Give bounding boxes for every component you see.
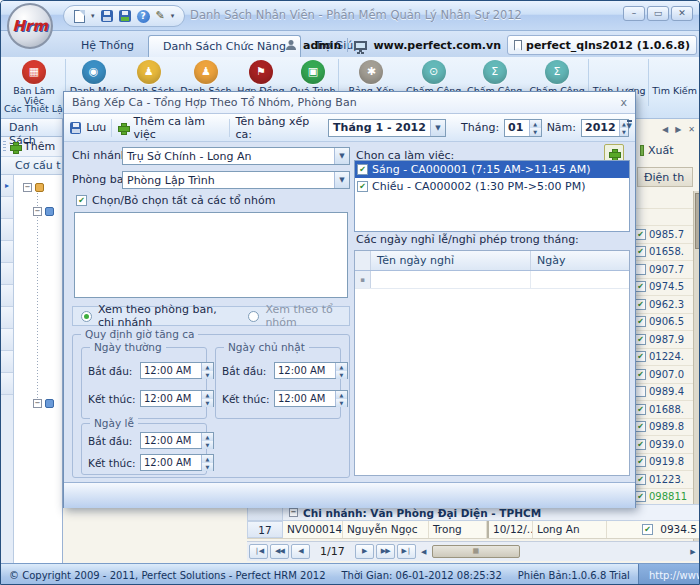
- dialog-close-icon[interactable]: x: [620, 96, 627, 109]
- close-button[interactable]: ✕: [671, 6, 693, 21]
- radio-view-by-team[interactable]: [248, 311, 259, 322]
- branch-combobox[interactable]: Trụ Sở Chính - Long An ▼: [122, 147, 350, 165]
- first-page-button[interactable]: ❘◀: [249, 544, 268, 559]
- table-row[interactable]: ✔: [635, 191, 693, 209]
- collapse-group-icon[interactable]: −: [289, 508, 298, 517]
- table-row[interactable]: ✔01224.: [635, 349, 693, 367]
- list-item[interactable]: ✔ Chiều - CA000002 (1:30 PM->5:00 PM): [355, 178, 629, 195]
- select-all-checkbox[interactable]: ✔ Chọn/Bỏ chọn tất cả các tổ nhóm: [76, 194, 275, 207]
- holiday-start-spinner[interactable]: 12:00 AM▲▼: [140, 432, 214, 449]
- column-header[interactable]: Tên ngày nghỉ: [371, 251, 531, 270]
- hscroll-thumb[interactable]: ▦: [432, 545, 520, 558]
- row-checkbox[interactable]: ✔: [635, 439, 646, 450]
- tree-collapse-icon[interactable]: −: [23, 183, 32, 192]
- row-checkbox[interactable]: ✔: [635, 491, 646, 502]
- table-row[interactable]: ✔0907.7: [635, 261, 693, 279]
- row-checkbox[interactable]: ✔: [635, 386, 646, 397]
- column-header[interactable]: Ngày: [531, 251, 629, 270]
- scrollbar-thumb[interactable]: [695, 193, 700, 249]
- website-link[interactable]: http://www.perfect.com.vn: [638, 564, 700, 585]
- table-row[interactable]: ✔01223.: [635, 471, 693, 489]
- row-checkbox[interactable]: ✔: [635, 404, 646, 415]
- toolbar-overflow-icon[interactable]: ▼: [627, 120, 632, 130]
- row-checkbox[interactable]: ✔: [635, 316, 646, 327]
- schedule-name-combobox[interactable]: Tháng 1 - 2012 ▼: [328, 119, 446, 137]
- table-row[interactable]: ▪: [355, 271, 629, 289]
- add-button[interactable]: Thêm: [1, 137, 62, 157]
- tab-danh-sach-chuc-nang[interactable]: Danh Sách Chức Năng: [148, 35, 301, 57]
- fast-prev-button[interactable]: ◀◀: [270, 544, 289, 559]
- table-row[interactable]: ✔0939.0: [635, 436, 693, 454]
- chevron-down-icon[interactable]: ▼: [334, 172, 349, 188]
- month-spinner[interactable]: 01 ▲▼: [504, 119, 542, 137]
- sunday-end-spinner[interactable]: 12:00 AM▲▼: [274, 390, 348, 407]
- app-logo[interactable]: Hrm: [7, 3, 53, 49]
- table-row[interactable]: ✔0907.0: [635, 366, 693, 384]
- table-row[interactable]: ✔0962.3: [635, 296, 693, 314]
- list-item[interactable]: ✔ Sáng - CA000001 (7:15 AM->11:45 AM): [355, 161, 629, 178]
- shift-checkbox[interactable]: ✔: [357, 164, 368, 175]
- row-checkbox[interactable]: ✔: [635, 299, 646, 310]
- table-row[interactable]: ✔0987.9: [635, 331, 693, 349]
- hscroll-left-icon[interactable]: ◀: [418, 548, 430, 556]
- table-row[interactable]: ✔0919.8: [635, 454, 693, 472]
- phone-column-header[interactable]: Điện th: [637, 167, 693, 187]
- row-checkbox[interactable]: ✔: [635, 456, 646, 467]
- hscroll-right-icon[interactable]: ▶: [687, 548, 699, 556]
- year-spinner[interactable]: 2012 ▲▼: [581, 119, 629, 137]
- radio-view-by-department[interactable]: [81, 311, 92, 322]
- next-page-button[interactable]: ▶: [355, 544, 374, 559]
- prev-page-button[interactable]: ◀: [291, 544, 310, 559]
- save-icon[interactable]: [101, 10, 113, 22]
- nav-prev-icon[interactable]: ◀: [662, 125, 668, 134]
- row-checkbox[interactable]: ✔: [635, 264, 646, 275]
- table-row[interactable]: ✔0906.5: [635, 314, 693, 332]
- tree-collapse-icon[interactable]: −: [33, 207, 42, 216]
- row-checkbox[interactable]: ✔: [635, 369, 646, 380]
- table-row[interactable]: ✔01688.: [635, 401, 693, 419]
- table-row[interactable]: ✔0989.4: [635, 384, 693, 402]
- tree-column-header[interactable]: Cơ cấu t: [1, 157, 62, 175]
- save-button[interactable]: Lưu: [86, 121, 106, 134]
- sunday-start-spinner[interactable]: 12:00 AM▲▼: [274, 362, 348, 379]
- vertical-scrollbar[interactable]: [693, 191, 700, 543]
- table-row[interactable]: ✔0974.5: [635, 279, 693, 297]
- department-combobox[interactable]: Phòng Lập Trình ▼: [122, 171, 350, 189]
- table-row[interactable]: ✔0989.8: [635, 419, 693, 437]
- table-row[interactable]: ✔: [635, 209, 693, 227]
- row-checkbox[interactable]: ✔: [635, 334, 646, 345]
- row-checkbox[interactable]: ✔: [642, 524, 653, 535]
- tree-collapse-icon[interactable]: −: [33, 399, 42, 408]
- nav-next-icon[interactable]: ▶: [675, 125, 681, 134]
- last-page-button[interactable]: ▶❘: [397, 544, 416, 559]
- fast-next-button[interactable]: ▶▶: [376, 544, 395, 559]
- weekday-start-spinner[interactable]: 12:00 AM▲▼: [140, 362, 214, 379]
- weekday-end-spinner[interactable]: 12:00 AM▲▼: [140, 390, 214, 407]
- tab-he-thong[interactable]: Hệ Thống: [67, 35, 148, 57]
- new-document-icon[interactable]: [74, 10, 85, 23]
- team-list-box[interactable]: [74, 212, 348, 298]
- row-checkbox[interactable]: ✔: [635, 246, 646, 257]
- table-row[interactable]: 17 NV000014 Nguyễn Ngọc Trong 10/12/... …: [247, 521, 700, 539]
- table-row[interactable]: ✔01658.: [635, 244, 693, 262]
- row-checkbox[interactable]: ✔: [635, 351, 646, 362]
- minimize-button[interactable]: –: [623, 6, 645, 21]
- add-shift-button[interactable]: Thêm ca làm việc: [133, 115, 224, 141]
- page-close-icon[interactable]: ✕: [688, 125, 695, 134]
- table-row[interactable]: ✔0985.7: [635, 226, 693, 244]
- row-checkbox[interactable]: ✔: [635, 421, 646, 432]
- ribbon-item-tim-kiem[interactable]: Tìm Kiếm: [650, 59, 699, 106]
- chevron-down-icon[interactable]: ▼: [334, 148, 349, 164]
- shift-checkbox[interactable]: ✔: [357, 181, 368, 192]
- row-checkbox[interactable]: ✔: [635, 474, 646, 485]
- holiday-end-spinner[interactable]: 12:00 AM▲▼: [140, 454, 214, 471]
- row-checkbox[interactable]: ✔: [635, 229, 646, 240]
- new-document-dropdown-icon[interactable]: ▾: [91, 12, 95, 20]
- spinner-arrows-icon[interactable]: ▲▼: [529, 120, 541, 136]
- left-panel-tab[interactable]: Danh Sách: [1, 119, 62, 137]
- maximize-button[interactable]: ▭: [647, 6, 669, 21]
- ribbon-item-ban-lam-viec[interactable]: ▦ Bàn Làm Việc: [3, 59, 66, 106]
- row-checkbox[interactable]: ✔: [635, 281, 646, 292]
- chevron-down-icon[interactable]: ▼: [430, 120, 445, 136]
- export-button[interactable]: Xuất: [637, 141, 689, 159]
